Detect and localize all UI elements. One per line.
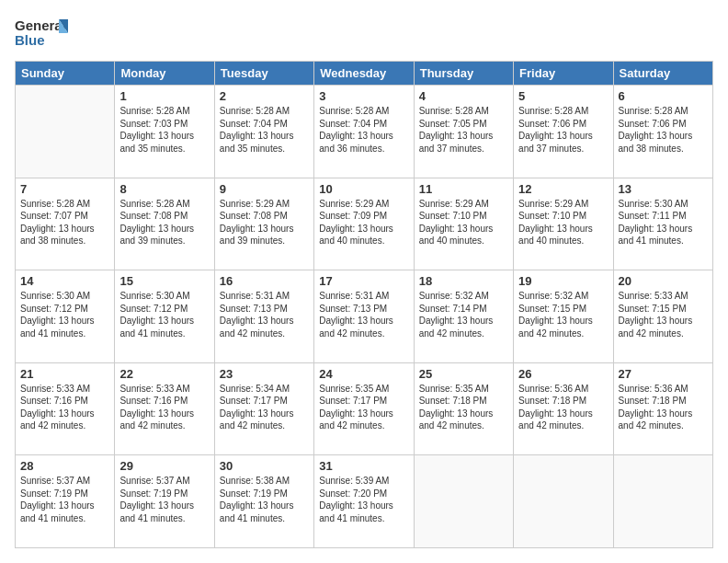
day-number: 22 <box>119 367 209 381</box>
day-number: 31 <box>319 459 408 473</box>
day-number: 6 <box>619 89 708 103</box>
day-info: Sunrise: 5:33 AM Sunset: 7:15 PM Dayligh… <box>619 290 708 339</box>
week-row-2: 14Sunrise: 5:30 AM Sunset: 7:12 PM Dayli… <box>16 270 713 363</box>
cal-cell: 3Sunrise: 5:28 AM Sunset: 7:04 PM Daylig… <box>314 86 414 178</box>
day-info: Sunrise: 5:31 AM Sunset: 7:13 PM Dayligh… <box>220 290 309 339</box>
page: GeneralBlue SundayMondayTuesdayWednesday… <box>0 0 728 563</box>
logo-svg: GeneralBlue <box>15 15 70 52</box>
day-number: 10 <box>319 182 408 196</box>
weekday-header-wednesday: Wednesday <box>314 62 414 86</box>
day-info: Sunrise: 5:30 AM Sunset: 7:12 PM Dayligh… <box>20 290 109 339</box>
day-number: 15 <box>119 274 209 288</box>
cal-cell: 2Sunrise: 5:28 AM Sunset: 7:04 PM Daylig… <box>214 86 313 178</box>
day-info: Sunrise: 5:37 AM Sunset: 7:19 PM Dayligh… <box>119 475 209 524</box>
cal-cell: 10Sunrise: 5:29 AM Sunset: 7:09 PM Dayli… <box>314 178 414 270</box>
day-number: 28 <box>20 459 109 473</box>
day-info: Sunrise: 5:29 AM Sunset: 7:09 PM Dayligh… <box>319 198 408 247</box>
day-number: 14 <box>20 274 109 288</box>
cal-cell: 20Sunrise: 5:33 AM Sunset: 7:15 PM Dayli… <box>613 270 712 363</box>
day-number: 21 <box>20 367 109 381</box>
cal-cell: 8Sunrise: 5:28 AM Sunset: 7:08 PM Daylig… <box>115 178 214 270</box>
day-info: Sunrise: 5:36 AM Sunset: 7:18 PM Dayligh… <box>518 383 608 432</box>
day-number: 27 <box>619 367 708 381</box>
cal-cell: 19Sunrise: 5:32 AM Sunset: 7:15 PM Dayli… <box>514 270 613 363</box>
day-number: 12 <box>518 182 608 196</box>
cal-cell <box>613 455 712 548</box>
day-number: 17 <box>319 274 408 288</box>
cal-cell <box>414 455 513 548</box>
weekday-header-thursday: Thursday <box>414 62 513 86</box>
day-number: 8 <box>119 182 209 196</box>
weekday-header-monday: Monday <box>115 62 214 86</box>
cal-cell: 1Sunrise: 5:28 AM Sunset: 7:03 PM Daylig… <box>115 86 214 178</box>
day-number: 19 <box>518 274 608 288</box>
weekday-header-friday: Friday <box>514 62 613 86</box>
day-info: Sunrise: 5:29 AM Sunset: 7:08 PM Dayligh… <box>220 198 309 247</box>
day-info: Sunrise: 5:28 AM Sunset: 7:06 PM Dayligh… <box>518 105 608 155</box>
cal-cell: 11Sunrise: 5:29 AM Sunset: 7:10 PM Dayli… <box>414 178 513 270</box>
cal-cell: 7Sunrise: 5:28 AM Sunset: 7:07 PM Daylig… <box>16 178 115 270</box>
day-info: Sunrise: 5:29 AM Sunset: 7:10 PM Dayligh… <box>419 198 508 247</box>
day-info: Sunrise: 5:35 AM Sunset: 7:17 PM Dayligh… <box>319 383 408 432</box>
logo: GeneralBlue <box>15 15 70 52</box>
day-info: Sunrise: 5:30 AM Sunset: 7:12 PM Dayligh… <box>119 290 209 339</box>
calendar-table: SundayMondayTuesdayWednesdayThursdayFrid… <box>15 61 713 548</box>
day-info: Sunrise: 5:28 AM Sunset: 7:04 PM Dayligh… <box>220 105 309 155</box>
cal-cell: 31Sunrise: 5:39 AM Sunset: 7:20 PM Dayli… <box>314 455 414 548</box>
day-number: 4 <box>419 89 508 103</box>
day-info: Sunrise: 5:33 AM Sunset: 7:16 PM Dayligh… <box>20 383 109 432</box>
day-number: 2 <box>220 89 309 103</box>
day-number: 20 <box>619 274 708 288</box>
cal-cell: 28Sunrise: 5:37 AM Sunset: 7:19 PM Dayli… <box>16 455 115 548</box>
cal-cell: 9Sunrise: 5:29 AM Sunset: 7:08 PM Daylig… <box>214 178 313 270</box>
day-info: Sunrise: 5:28 AM Sunset: 7:07 PM Dayligh… <box>20 198 109 247</box>
cal-cell: 24Sunrise: 5:35 AM Sunset: 7:17 PM Dayli… <box>314 362 414 455</box>
cal-cell: 17Sunrise: 5:31 AM Sunset: 7:13 PM Dayli… <box>314 270 414 363</box>
day-info: Sunrise: 5:32 AM Sunset: 7:15 PM Dayligh… <box>518 290 608 339</box>
weekday-header-saturday: Saturday <box>613 62 712 86</box>
day-number: 16 <box>220 274 309 288</box>
cal-cell: 29Sunrise: 5:37 AM Sunset: 7:19 PM Dayli… <box>115 455 214 548</box>
day-info: Sunrise: 5:32 AM Sunset: 7:14 PM Dayligh… <box>419 290 508 339</box>
cal-cell: 27Sunrise: 5:36 AM Sunset: 7:18 PM Dayli… <box>613 362 712 455</box>
day-number: 1 <box>119 89 209 103</box>
day-info: Sunrise: 5:34 AM Sunset: 7:17 PM Dayligh… <box>220 383 309 432</box>
cal-cell: 25Sunrise: 5:35 AM Sunset: 7:18 PM Dayli… <box>414 362 513 455</box>
cal-cell: 18Sunrise: 5:32 AM Sunset: 7:14 PM Dayli… <box>414 270 513 363</box>
weekday-header-tuesday: Tuesday <box>214 62 313 86</box>
day-info: Sunrise: 5:28 AM Sunset: 7:05 PM Dayligh… <box>419 105 508 155</box>
day-info: Sunrise: 5:28 AM Sunset: 7:03 PM Dayligh… <box>119 105 209 155</box>
cal-cell: 16Sunrise: 5:31 AM Sunset: 7:13 PM Dayli… <box>214 270 313 363</box>
day-number: 9 <box>220 182 309 196</box>
week-row-0: 1Sunrise: 5:28 AM Sunset: 7:03 PM Daylig… <box>16 86 713 178</box>
cal-cell: 12Sunrise: 5:29 AM Sunset: 7:10 PM Dayli… <box>514 178 613 270</box>
cal-cell <box>16 86 115 178</box>
cal-cell: 22Sunrise: 5:33 AM Sunset: 7:16 PM Dayli… <box>115 362 214 455</box>
day-info: Sunrise: 5:35 AM Sunset: 7:18 PM Dayligh… <box>419 383 508 432</box>
day-number: 25 <box>419 367 508 381</box>
svg-text:Blue: Blue <box>15 32 45 48</box>
weekday-header-row: SundayMondayTuesdayWednesdayThursdayFrid… <box>16 62 713 86</box>
day-info: Sunrise: 5:28 AM Sunset: 7:04 PM Dayligh… <box>319 105 408 155</box>
day-info: Sunrise: 5:31 AM Sunset: 7:13 PM Dayligh… <box>319 290 408 339</box>
day-info: Sunrise: 5:36 AM Sunset: 7:18 PM Dayligh… <box>619 383 708 432</box>
week-row-1: 7Sunrise: 5:28 AM Sunset: 7:07 PM Daylig… <box>16 178 713 270</box>
day-info: Sunrise: 5:39 AM Sunset: 7:20 PM Dayligh… <box>319 475 408 524</box>
cal-cell: 14Sunrise: 5:30 AM Sunset: 7:12 PM Dayli… <box>16 270 115 363</box>
cal-cell: 21Sunrise: 5:33 AM Sunset: 7:16 PM Dayli… <box>16 362 115 455</box>
cal-cell: 13Sunrise: 5:30 AM Sunset: 7:11 PM Dayli… <box>613 178 712 270</box>
header: GeneralBlue <box>15 15 713 52</box>
week-row-4: 28Sunrise: 5:37 AM Sunset: 7:19 PM Dayli… <box>16 455 713 548</box>
day-number: 30 <box>220 459 309 473</box>
day-info: Sunrise: 5:28 AM Sunset: 7:06 PM Dayligh… <box>619 105 708 155</box>
cal-cell: 26Sunrise: 5:36 AM Sunset: 7:18 PM Dayli… <box>514 362 613 455</box>
day-number: 7 <box>20 182 109 196</box>
day-info: Sunrise: 5:28 AM Sunset: 7:08 PM Dayligh… <box>119 198 209 247</box>
cal-cell: 4Sunrise: 5:28 AM Sunset: 7:05 PM Daylig… <box>414 86 513 178</box>
day-number: 3 <box>319 89 408 103</box>
cal-cell: 30Sunrise: 5:38 AM Sunset: 7:19 PM Dayli… <box>214 455 313 548</box>
day-number: 26 <box>518 367 608 381</box>
day-number: 13 <box>619 182 708 196</box>
day-info: Sunrise: 5:37 AM Sunset: 7:19 PM Dayligh… <box>20 475 109 524</box>
day-number: 5 <box>518 89 608 103</box>
